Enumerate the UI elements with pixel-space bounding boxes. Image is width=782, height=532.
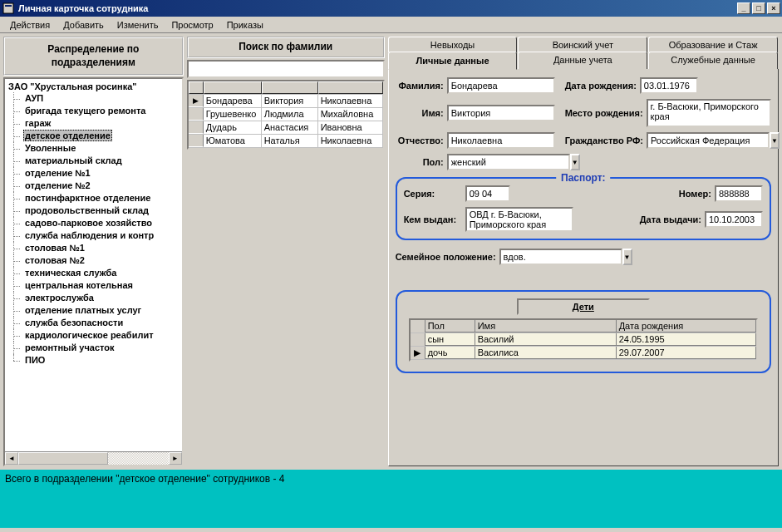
grid-cell[interactable]: Василиса: [475, 347, 617, 359]
row-indicator-icon: ▶: [189, 95, 204, 107]
tab-content: Фамилия: Дата рождения: Имя: Место рожде…: [388, 69, 779, 466]
tree-item[interactable]: гараж: [8, 117, 182, 130]
minimize-button[interactable]: _: [737, 2, 750, 14]
grid-cell[interactable]: Виктория: [262, 95, 318, 107]
children-col-dob[interactable]: Дата рождения: [617, 320, 756, 332]
menu-orders[interactable]: Приказы: [220, 18, 270, 32]
label-issue-date: Дата выдачи:: [640, 214, 701, 224]
grid-cell[interactable]: Бондарева: [204, 95, 262, 107]
grid-cell[interactable]: Юматова: [204, 135, 262, 147]
tree-header: Распределение по подразделениям: [3, 37, 184, 76]
tree-item[interactable]: отделение платных услуг: [8, 304, 182, 317]
input-birthdate[interactable]: [640, 77, 698, 94]
tree-item[interactable]: отделение №2: [8, 180, 182, 192]
titlebar: Личная карточка сотрудника _ □ ×: [0, 0, 782, 17]
scroll-right-button[interactable]: ►: [169, 452, 182, 465]
grid-cell[interactable]: Василий: [475, 333, 617, 346]
table-row[interactable]: ▶дочьВасилиса29.07.2007: [411, 347, 756, 360]
tab-service[interactable]: Служебные данные: [648, 52, 778, 69]
input-number[interactable]: [715, 185, 763, 202]
children-col-sex[interactable]: Пол: [425, 320, 475, 332]
input-citizenship[interactable]: [647, 132, 770, 149]
tree-item[interactable]: кардиологическое реабилит: [8, 329, 182, 342]
sex-dropdown-button[interactable]: ▼: [570, 154, 580, 170]
grid-cell[interactable]: Дударь: [204, 121, 262, 134]
scrollbar-thumb[interactable]: [18, 452, 108, 465]
input-sex[interactable]: [447, 154, 570, 170]
tab-personal[interactable]: Личные данные: [388, 52, 518, 70]
tree-item[interactable]: центральная котельная: [8, 279, 182, 292]
scroll-left-button[interactable]: ◄: [5, 452, 18, 465]
table-row[interactable]: ГрушевенкоЛюдмилаМихайловна: [189, 108, 383, 121]
label-series: Серия:: [404, 189, 462, 199]
department-tree[interactable]: ЗАО "Хрустальная росинка" АУПбригада тек…: [3, 77, 184, 466]
input-issue-date[interactable]: [705, 211, 763, 228]
grid-cell[interactable]: Николаевна: [318, 95, 383, 107]
employee-grid[interactable]: ▶БондареваВикторияНиколаевнаГрушевенкоЛю…: [187, 80, 385, 150]
close-button[interactable]: ×: [767, 2, 780, 14]
row-indicator-icon: [189, 135, 204, 147]
tree-item[interactable]: материальный склад: [8, 155, 182, 167]
tree-item[interactable]: детское отделение: [8, 130, 182, 142]
maximize-button[interactable]: □: [752, 2, 765, 14]
citizenship-dropdown-button[interactable]: ▼: [770, 132, 780, 149]
children-title[interactable]: Дети: [517, 298, 650, 315]
input-marital[interactable]: [499, 249, 622, 265]
tab-military[interactable]: Воинский учет: [518, 37, 647, 52]
grid-cell[interactable]: 29.07.2007: [617, 347, 756, 359]
menu-actions[interactable]: Действия: [3, 18, 57, 32]
input-issued-by[interactable]: [465, 207, 573, 232]
tree-item[interactable]: постинфарктное отделение: [8, 192, 182, 204]
tree-item[interactable]: столовая №1: [8, 242, 182, 254]
tab-absences[interactable]: Невыходы: [388, 37, 518, 52]
input-name[interactable]: [447, 105, 555, 121]
tabs-row-lower: Личные данные Данные учета Служебные дан…: [388, 52, 779, 69]
menu-view[interactable]: Просмотр: [165, 18, 219, 32]
input-birthplace[interactable]: [647, 99, 771, 127]
tree-item[interactable]: техническая служба: [8, 267, 182, 279]
grid-cell[interactable]: дочь: [425, 347, 475, 359]
menu-edit[interactable]: Изменить: [111, 18, 165, 32]
input-series[interactable]: [465, 185, 510, 202]
grid-cell[interactable]: Наталья: [262, 135, 318, 147]
passport-group: Паспорт: Серия: Номер: Кем выдан: Дата в…: [396, 177, 771, 240]
tree-item[interactable]: отделение №1: [8, 167, 182, 180]
tree-item[interactable]: служба безопасности: [8, 317, 182, 329]
children-grid[interactable]: Пол Имя Дата рождения сынВасилий24.05.19…: [409, 318, 758, 362]
grid-cell[interactable]: Грушевенко: [204, 108, 262, 121]
grid-cell[interactable]: Ивановна: [318, 121, 383, 134]
tree-item[interactable]: садово-парковое хозяйство: [8, 217, 182, 229]
status-bar: Всего в подразделении "детское отделение…: [0, 470, 782, 528]
grid-cell[interactable]: Людмила: [262, 108, 318, 121]
table-row[interactable]: ▶БондареваВикторияНиколаевна: [189, 95, 383, 108]
menu-add[interactable]: Добавить: [57, 18, 111, 32]
table-row[interactable]: ЮматоваНатальяНиколаевна: [189, 135, 383, 148]
grid-cell[interactable]: Николаевна: [318, 135, 383, 147]
tree-item[interactable]: ремонтный участок: [8, 342, 182, 354]
search-input[interactable]: [187, 60, 385, 78]
tree-item[interactable]: продовольственный склад: [8, 204, 182, 217]
tree-item[interactable]: столовая №2: [8, 254, 182, 267]
table-row[interactable]: ДударьАнастасияИвановна: [189, 121, 383, 135]
grid-cell[interactable]: Анастасия: [262, 121, 318, 134]
tree-item[interactable]: электрослужба: [8, 292, 182, 304]
scrollbar-track[interactable]: [18, 452, 169, 465]
tree-root[interactable]: ЗАО "Хрустальная росинка": [8, 81, 182, 92]
grid-cell[interactable]: 24.05.1995: [617, 333, 756, 346]
label-sex: Пол:: [396, 157, 444, 167]
tree-item[interactable]: ПИО: [8, 354, 182, 367]
input-surname[interactable]: [447, 77, 555, 94]
tree-item[interactable]: бригада текущего ремонта: [8, 105, 182, 117]
tree-item[interactable]: служба наблюдения и контр: [8, 229, 182, 242]
menubar: Действия Добавить Изменить Просмотр Прик…: [0, 17, 782, 33]
tab-account[interactable]: Данные учета: [518, 52, 647, 69]
tab-education[interactable]: Образование и Стаж: [648, 37, 778, 52]
marital-dropdown-button[interactable]: ▼: [622, 249, 632, 265]
children-col-name[interactable]: Имя: [475, 320, 617, 332]
input-patronymic[interactable]: [447, 132, 555, 149]
grid-cell[interactable]: сын: [425, 333, 475, 346]
table-row[interactable]: сынВасилий24.05.1995: [411, 333, 756, 347]
tree-item[interactable]: Уволенные: [8, 142, 182, 155]
grid-cell[interactable]: Михайловна: [318, 108, 383, 121]
tree-item[interactable]: АУП: [8, 92, 182, 105]
